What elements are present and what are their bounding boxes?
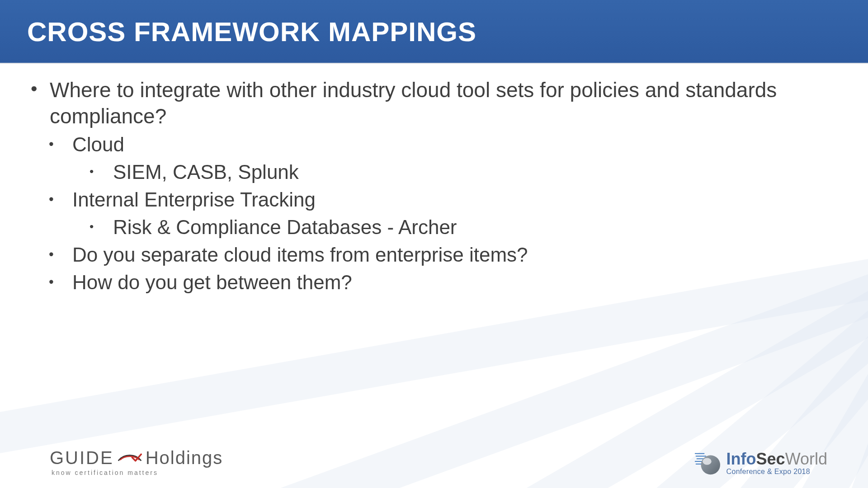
bullet-internal-child: Risk & Compliance Databases - Archer xyxy=(86,215,841,239)
infosec-name: InfoSecWorld xyxy=(726,451,827,467)
bullet-question: Where to integrate with other industry c… xyxy=(27,77,841,129)
infosec-subtitle: Conference & Expo 2018 xyxy=(726,468,827,475)
swoosh-icon xyxy=(118,448,142,468)
slide-body: Where to integrate with other industry c… xyxy=(0,64,868,295)
slide-title: CROSS FRAMEWORK MAPPINGS xyxy=(27,16,841,47)
brand-sec: Sec xyxy=(756,450,785,468)
bullet-cloud: Cloud SIEM, CASB, Splunk xyxy=(45,132,841,184)
infosec-world-logo: InfoSecWorld Conference & Expo 2018 xyxy=(694,450,827,476)
bullet-label: Cloud xyxy=(72,133,124,155)
bullet-label: Internal Enterprise Tracking xyxy=(72,188,316,211)
bullet-internal-tracking: Internal Enterprise Tracking Risk & Comp… xyxy=(45,187,841,239)
brand-world: World xyxy=(785,450,827,468)
svg-point-1 xyxy=(703,458,711,465)
bullet-separate-question: Do you separate cloud items from enterpr… xyxy=(45,242,841,267)
logo-text-guide: GUIDE xyxy=(50,448,114,468)
footer: GUIDE Holdings know certification matter… xyxy=(0,448,868,476)
title-bar: CROSS FRAMEWORK MAPPINGS xyxy=(0,0,868,64)
logo-tagline: know certification matters xyxy=(52,469,158,476)
logo-text-holdings: Holdings xyxy=(146,448,223,468)
guide-holdings-wordmark: GUIDE Holdings xyxy=(50,448,223,468)
brand-info: Info xyxy=(726,450,756,468)
guide-holdings-logo: GUIDE Holdings know certification matter… xyxy=(50,448,223,476)
slide: CROSS FRAMEWORK MAPPINGS Where to integr… xyxy=(0,0,868,488)
svg-point-0 xyxy=(701,455,720,475)
bullet-cloud-child: SIEM, CASB, Splunk xyxy=(86,160,841,184)
bullet-how-between: How do you get between them? xyxy=(45,270,841,295)
globe-icon xyxy=(694,450,720,476)
